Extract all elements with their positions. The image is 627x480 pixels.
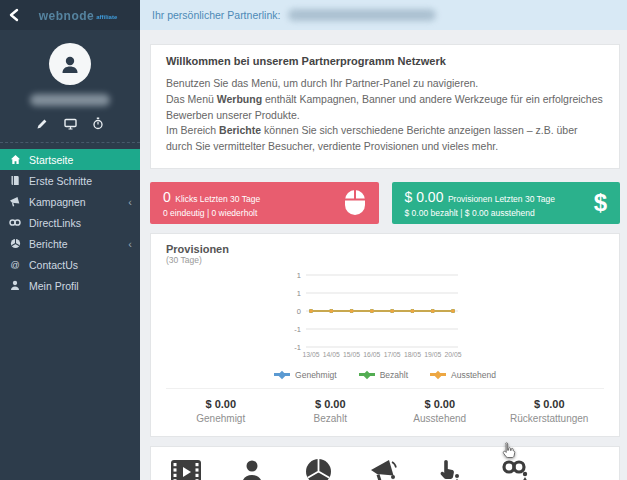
topbar: Ihr persönlicher Partnerlink: (140, 0, 627, 30)
megaphone-icon (9, 196, 21, 208)
chart-title: Provisionen (166, 243, 604, 255)
home-icon (9, 154, 21, 166)
sidebar-item-startseite[interactable]: Startseite (0, 149, 140, 170)
clicks-stat-sub: 0 eindeutig | 0 wiederholt (163, 208, 260, 218)
totals-row: $ 0.00 Genehmigt $ 0.00 Bezahlt $ 0.00 A… (166, 388, 604, 436)
stopwatch-icon[interactable] (92, 117, 105, 130)
total-ausstehend: $ 0.00 Ausstehend (385, 398, 495, 424)
welcome-text: Benutzen Sie das Menü, um durch Ihr Part… (166, 76, 604, 155)
provisionen-chart-card: Provisionen (30 Tage) 110-1-113/0514/051… (150, 233, 620, 437)
partner-link-label: Ihr persönlicher Partnerlink: (152, 9, 280, 21)
legend-item-bezahlt[interactable]: Bezahlt (359, 370, 408, 380)
svg-text:17/05: 17/05 (384, 351, 401, 358)
avatar-person-icon (58, 52, 82, 76)
total-rueckerstattungen: $ 0.00 Rückerstattungen (495, 398, 605, 424)
svg-text:-1: -1 (294, 324, 301, 333)
chart-legend: GenehmigtBezahltAusstehend (166, 369, 604, 388)
svg-text:0: 0 (297, 306, 301, 315)
sidebar-header: webnodeaffiliate (0, 0, 140, 30)
stats-row: 0 Klicks Letzten 30 Tage 0 eindeutig | 0… (150, 182, 620, 224)
svg-text:16/05: 16/05 (363, 351, 380, 358)
svg-text:19/05: 19/05 (424, 351, 441, 358)
main-content: Willkommen bei unserem Partnerprogramm N… (140, 30, 627, 480)
sidebar-item-directlinks[interactable]: DirectLinks (0, 212, 140, 233)
welcome-title: Willkommen bei unserem Partnerprogramm N… (166, 55, 604, 67)
sidebar-item-erste-schritte[interactable]: Erste Schritte (0, 170, 140, 191)
commissions-stat-sub: $ 0.00 bezahlt | $ 0.00 ausstehend (405, 208, 556, 218)
svg-text:-1: -1 (294, 342, 301, 351)
user-icon (9, 280, 21, 292)
webnode-logo[interactable]: webnodeaffiliate (24, 6, 132, 24)
legend-item-ausstehend[interactable]: Ausstehend (430, 370, 496, 380)
shortcut-banner-links[interactable]: Banner & Links (417, 457, 483, 480)
svg-text:1: 1 (297, 270, 301, 279)
sidebar-item-mein-profil[interactable]: Mein Profil (0, 275, 140, 296)
welcome-card: Willkommen bei unserem Partnerprogramm N… (150, 44, 620, 169)
profile-section (0, 30, 140, 143)
clicks-stat-line1: 0 Klicks Letzten 30 Tage (163, 188, 260, 206)
shortcut-directlinks[interactable]: DirectLinks (483, 457, 549, 480)
svg-text:15/05: 15/05 (343, 351, 360, 358)
legend-swatch-icon (274, 373, 290, 376)
pie-chart-icon (285, 457, 351, 480)
sidebar-item-contactus[interactable]: @ ContactUs (0, 254, 140, 275)
chain-links-icon (483, 457, 549, 480)
profile-actions (0, 117, 140, 142)
total-bezahlt: $ 0.00 Bezahlt (276, 398, 386, 424)
chevron-left-icon: ‹ (128, 196, 132, 208)
pie-chart-icon (9, 238, 21, 250)
mouse-icon (344, 189, 366, 216)
shortcuts-card: Affiliate panel tutorial video Mein Prof… (150, 446, 620, 480)
sidebar: webnodeaffiliate (0, 0, 140, 480)
avatar (49, 43, 91, 85)
sidebar-menu: Startseite Erste Schritte Kampagnen ‹ D (0, 143, 140, 296)
megaphone-icon (351, 457, 417, 480)
clicks-stat-card[interactable]: 0 Klicks Letzten 30 Tage 0 eindeutig | 0… (150, 182, 379, 224)
banner-hand-icon (417, 457, 483, 480)
dollar-icon: $ (594, 189, 607, 217)
book-icon (9, 175, 21, 187)
username-redacted (30, 94, 110, 106)
svg-text:14/05: 14/05 (323, 351, 340, 358)
commissions-stat-card[interactable]: $ 0.00 Provisionen Letzten 30 Tage $ 0.0… (392, 182, 621, 224)
legend-swatch-icon (359, 373, 375, 376)
user-icon (219, 457, 285, 480)
svg-text:20/05: 20/05 (444, 351, 461, 358)
legend-label: Bezahlt (380, 370, 408, 380)
legend-swatch-icon (430, 373, 446, 376)
back-chevron-icon[interactable] (8, 7, 24, 23)
monitor-icon[interactable] (64, 117, 77, 130)
chart-subtitle: (30 Tage) (166, 255, 604, 265)
welcome-line1: Benutzen Sie das Menü, um durch Ihr Part… (166, 77, 478, 89)
shortcut-mein-profil[interactable]: Mein Profil (219, 457, 285, 480)
shortcut-kampagnen[interactable]: Kampagnen (351, 457, 417, 480)
svg-text:18/05: 18/05 (404, 351, 421, 358)
at-icon: @ (9, 259, 21, 271)
legend-label: Genehmigt (295, 370, 337, 380)
legend-label: Ausstehend (451, 370, 496, 380)
legend-item-genehmigt[interactable]: Genehmigt (274, 370, 337, 380)
commissions-stat-line1: $ 0.00 Provisionen Letzten 30 Tage (405, 188, 556, 206)
shortcut-tutorial-video[interactable]: Affiliate panel tutorial video (153, 457, 219, 480)
sidebar-item-berichte[interactable]: Berichte ‹ (0, 233, 140, 254)
total-genehmigt: $ 0.00 Genehmigt (166, 398, 276, 424)
provisionen-line-chart: 110-1-113/0514/0515/0516/0517/0518/0519/… (280, 269, 490, 369)
film-icon (153, 457, 219, 480)
chevron-left-icon: ‹ (128, 238, 132, 250)
shortcut-berichte[interactable]: Berichte (285, 457, 351, 480)
partner-link-redacted[interactable] (288, 9, 436, 21)
affiliate-dashboard: webnodeaffiliate (0, 0, 627, 480)
link-icon (9, 217, 21, 229)
svg-text:13/05: 13/05 (302, 351, 319, 358)
sidebar-item-kampagnen[interactable]: Kampagnen ‹ (0, 191, 140, 212)
edit-pencil-icon[interactable] (36, 117, 49, 130)
svg-text:1: 1 (297, 288, 301, 297)
